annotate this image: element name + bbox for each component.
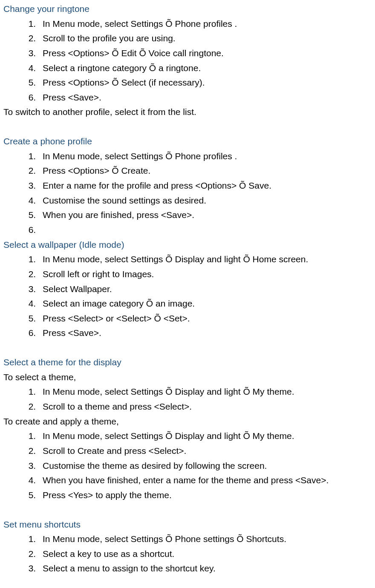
heading-select-wallpaper: Select a wallpaper (Idle mode): [3, 238, 372, 252]
list-item: Customise the sound settings as desired.: [38, 193, 372, 208]
list-item: Press <Select> or <Select> Õ <Set>.: [38, 311, 372, 326]
intro-text: To create and apply a theme,: [3, 414, 372, 429]
list-item: Press <Options> Õ Create.: [38, 163, 372, 178]
list-item: Press <Save>.: [38, 326, 372, 341]
list-select-wallpaper: In Menu mode, select Settings Õ Display …: [3, 252, 372, 341]
trailing-text: To switch to another profile, select it …: [3, 105, 372, 120]
list-item: Select an image category Õ an image.: [38, 296, 372, 311]
list-item: Customise the theme as desired by follow…: [38, 459, 372, 473]
list-item: Scroll to a theme and press <Select>.: [38, 399, 372, 414]
list-item: Select a menu to assign to the shortcut …: [38, 561, 372, 576]
list-set-shortcuts: In Menu mode, select Settings Õ Phone se…: [3, 532, 372, 576]
list-item: When you are finished, press <Save>.: [38, 208, 372, 223]
list-item: Press <Save>.: [38, 90, 372, 105]
list-item: In Menu mode, select Settings Õ Display …: [38, 384, 372, 399]
list-create-profile: In Menu mode, select Settings Õ Phone pr…: [3, 149, 372, 238]
list-item: Press <Options> Õ Select (if necessary).: [38, 75, 372, 90]
heading-select-theme: Select a theme for the display: [3, 355, 372, 370]
list-item: In Menu mode, select Settings Õ Display …: [38, 252, 372, 267]
heading-set-shortcuts: Set menu shortcuts: [3, 517, 372, 532]
list-item: Press <Yes> to apply the theme.: [38, 488, 372, 503]
heading-create-profile: Create a phone profile: [3, 134, 372, 149]
list-item: Select Wallpaper.: [38, 282, 372, 297]
list-item: Scroll left or right to Images.: [38, 267, 372, 282]
list-item: Select a key to use as a shortcut.: [38, 547, 372, 562]
heading-change-ringtone: Change your ringtone: [3, 2, 372, 17]
list-item: Select a ringtone category Õ a ringtone.: [38, 61, 372, 76]
list-select-theme-a: In Menu mode, select Settings Õ Display …: [3, 384, 372, 414]
list-item: Scroll to the profile you are using.: [38, 31, 372, 46]
intro-text: To select a theme,: [3, 370, 372, 385]
list-change-ringtone: In Menu mode, select Settings Õ Phone pr…: [3, 17, 372, 105]
list-item: Press <Options> Õ Edit Õ Voice call ring…: [38, 46, 372, 61]
list-item: In Menu mode, select Settings Õ Display …: [38, 429, 372, 444]
list-item: [38, 223, 372, 238]
list-item: In Menu mode, select Settings Õ Phone se…: [38, 532, 372, 547]
list-item: Enter a name for the profile and press <…: [38, 178, 372, 193]
list-select-theme-b: In Menu mode, select Settings Õ Display …: [3, 429, 372, 502]
list-item: In Menu mode, select Settings Õ Phone pr…: [38, 17, 372, 32]
list-item: In Menu mode, select Settings Õ Phone pr…: [38, 149, 372, 164]
list-item: When you have finished, enter a name for…: [38, 473, 372, 488]
list-item: Scroll to Create and press <Select>.: [38, 444, 372, 459]
